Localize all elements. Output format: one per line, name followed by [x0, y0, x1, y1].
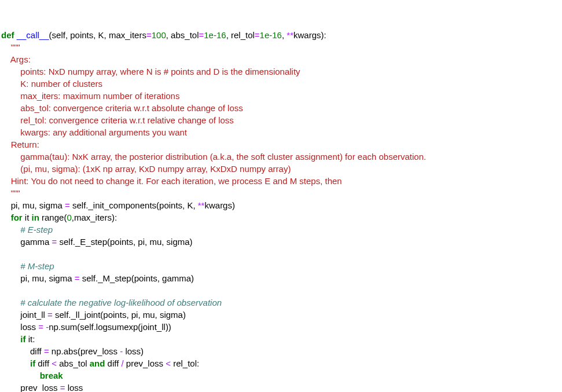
num: 1e-16	[204, 30, 226, 40]
docstring-quote: """	[1, 188, 20, 198]
doc-args: Args:	[1, 54, 31, 64]
code-text: loss)	[123, 346, 144, 356]
indent	[1, 213, 11, 222]
code-text: prev_loss	[1, 383, 60, 392]
code-text: pi, mu, sigma	[1, 200, 65, 210]
comment-nll: # calculate the negative log-likelihood …	[1, 298, 222, 307]
doc-line: (pi, mu, sigma): (1xK np array, KxD nump…	[1, 164, 291, 174]
op-eq: =	[52, 237, 57, 247]
docstring-quote: """	[1, 42, 20, 52]
op-star: **	[198, 200, 205, 210]
indent	[1, 371, 40, 380]
code-text: it:	[26, 334, 35, 344]
doc-line: points: NxD numpy array, where N is # po…	[1, 67, 300, 76]
code-text: ,max_iters):	[72, 213, 117, 222]
num: 1e-16	[260, 30, 282, 40]
sig-part: , abs_tol	[166, 30, 199, 40]
op-eq: =	[38, 322, 43, 332]
code-text: rel_tol:	[171, 358, 199, 368]
code-text: self._E_step(points, pi, mu, sigma)	[57, 237, 192, 247]
doc-line: gamma(tau): NxK array, the posterior dis…	[1, 152, 426, 162]
sig-part: , rel_tol	[226, 30, 255, 40]
num: 100	[152, 30, 166, 40]
code-text: it	[23, 213, 32, 222]
indent	[1, 358, 30, 368]
kw-and: and	[90, 358, 105, 368]
op-eq: =	[44, 346, 49, 356]
comment-estep: # E-step	[1, 225, 53, 235]
doc-hint: Hint: You do not need to change it. For …	[1, 176, 344, 186]
code-text: loss	[65, 383, 83, 392]
code-text: np.abs(prev_loss	[49, 346, 120, 356]
op-eq: =	[255, 30, 260, 40]
kw-if: if	[30, 358, 35, 368]
code-text: diff	[35, 358, 52, 368]
kw-def: def	[1, 30, 14, 40]
code-text: pi, mu, sigma	[1, 273, 75, 283]
indent	[1, 334, 20, 344]
code-text: diff	[1, 346, 44, 356]
code-text: diff	[105, 358, 121, 368]
code-text: kwargs)	[204, 200, 235, 210]
code-text: self._M_step(points, gamma)	[79, 273, 194, 283]
doc-line: max_iters: maximum number of iterations	[1, 91, 179, 101]
code-text: self._init_components(points, K,	[70, 200, 198, 210]
doc-line: kwargs: any additional arguments you wan…	[1, 127, 187, 137]
op-lt: <	[166, 358, 171, 368]
sig-part: kwargs):	[293, 30, 326, 40]
kw-break: break	[40, 371, 63, 380]
func-name: __call__	[17, 30, 49, 40]
doc-line: abs_tol: convergence criteria w.r.t abso…	[1, 103, 243, 113]
sig-part: (self, points, K, max_iters	[49, 30, 146, 40]
builtin-range: range	[42, 213, 64, 222]
code-text: loss	[1, 322, 38, 332]
comment-mstep: # M-step	[1, 261, 54, 271]
kw-in: in	[32, 213, 39, 222]
doc-line: rel_tol: convergence criteria w.r.t rela…	[1, 115, 234, 125]
op-lt: <	[52, 358, 57, 368]
code-text: np.sum(self.logsumexp(joint_ll))	[49, 322, 171, 332]
code-text: self._ll_joint(points, pi, mu, sigma)	[53, 310, 186, 320]
kw-if: if	[20, 334, 25, 344]
code-text: gamma	[1, 237, 52, 247]
kw-for: for	[11, 213, 23, 222]
op-eq: =	[47, 310, 53, 320]
op-eq: =	[65, 200, 70, 210]
op-star: **	[286, 30, 293, 40]
code-text: abs_tol	[57, 358, 90, 368]
doc-line: K: number of clusters	[1, 79, 102, 89]
code-text: joint_ll	[1, 310, 47, 320]
op-eq: =	[146, 30, 152, 40]
doc-return: Return:	[1, 140, 39, 149]
code-text: prev_loss	[124, 358, 166, 368]
op-eq: =	[199, 30, 204, 40]
num: 0	[67, 213, 71, 222]
code-block: def __call__(self, points, K, max_iters=…	[1, 29, 561, 392]
